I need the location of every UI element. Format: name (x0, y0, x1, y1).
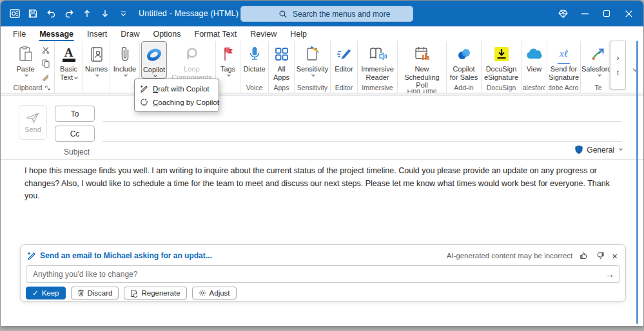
copilot-refine-input[interactable] (26, 270, 600, 279)
adjust-button[interactable]: Adjust (192, 287, 237, 299)
to-button[interactable]: To (55, 106, 95, 122)
clipboard-dialog-launcher-icon[interactable] (44, 85, 50, 91)
microphone-icon (248, 44, 262, 64)
search-icon (278, 10, 288, 19)
new-scheduling-poll-button[interactable]: New Scheduling Poll (399, 41, 445, 90)
copilot-actions: ✓ Keep Discard Regenerate Adjust (26, 287, 237, 299)
menu-options[interactable]: Options (152, 28, 181, 40)
coaching-icon (140, 98, 148, 106)
menu-file[interactable]: File (12, 28, 26, 40)
paste-icon (18, 44, 34, 64)
menu-format-text[interactable]: Format Text (194, 28, 238, 40)
copilot-button[interactable]: Copilot (141, 41, 167, 79)
copilot-pen-icon (27, 251, 36, 260)
window-controls (552, 1, 639, 26)
copilot-for-sales-icon (456, 44, 473, 64)
menu-item-coaching-by-copilot[interactable]: Coaching by Copilot (135, 95, 219, 109)
menu-message[interactable]: Message (39, 28, 74, 40)
search-bar[interactable]: Search the menus and more (240, 6, 413, 22)
trash-icon (77, 289, 84, 297)
paste-button[interactable]: Paste (13, 41, 39, 77)
sensitivity-button[interactable]: Sensitivity (296, 41, 329, 77)
close-button[interactable] (618, 1, 639, 26)
outlook-message-window: Untitled - Message (HTML) Search the men… (0, 0, 644, 326)
cc-button[interactable]: Cc (55, 126, 95, 142)
apps-grid-icon (274, 44, 289, 64)
ribbon-overflow-button[interactable]: › t (610, 41, 626, 90)
premium-gem-icon[interactable] (552, 1, 574, 26)
copilot-icon (146, 45, 162, 64)
include-button[interactable]: Include (112, 41, 138, 77)
regenerate-button[interactable]: Regenerate (124, 287, 186, 299)
maximize-button[interactable] (596, 1, 618, 26)
copilot-dropdown-menu: Draft with Copilot Coaching by Copilot (134, 79, 219, 112)
tags-button[interactable]: Tags (217, 41, 239, 77)
clipboard-small-buttons (40, 41, 52, 82)
basic-text-button[interactable]: A Basic Text (56, 41, 81, 81)
dictate-button[interactable]: Dictate (242, 41, 267, 73)
loop-icon (184, 44, 200, 64)
close-card-icon[interactable]: × (612, 251, 618, 261)
overflow-chevron: › (617, 53, 620, 62)
salesforce-view-button[interactable]: View (523, 41, 545, 73)
sensitivity-group: Sensitivity Sensitivity (295, 41, 331, 93)
editor-button[interactable]: Editor (332, 41, 356, 73)
add-in-group: Copilot for Sales Add-in (447, 41, 482, 93)
all-apps-button[interactable]: All Apps (270, 41, 293, 81)
docusign-icon (494, 44, 509, 64)
menu-help[interactable]: Help (289, 28, 307, 40)
docusign-esignature-button[interactable]: DocuSign eSignature (483, 41, 520, 81)
immersive-reader-icon (369, 44, 387, 64)
menu-review[interactable]: Review (249, 28, 277, 40)
save-icon[interactable] (24, 5, 42, 22)
draft-pen-icon (140, 84, 148, 93)
copilot-prompt-text: Send an email to Michael asking for an u… (40, 251, 212, 260)
collapse-ribbon-button[interactable] (627, 62, 641, 77)
voice-group-label: Voice (246, 84, 263, 91)
salesforce-arrows-icon (590, 44, 606, 64)
immersive-group: Immersive Reader Immersive (358, 41, 398, 93)
undo-icon[interactable] (42, 5, 60, 22)
menu-item-draft-with-copilot[interactable]: Draft with Copilot (135, 82, 219, 95)
menu-draw[interactable]: Draw (120, 28, 140, 40)
check-icon: ✓ (32, 288, 39, 298)
sensitivity-selector[interactable]: General (574, 145, 622, 155)
names-button[interactable]: Names (84, 41, 108, 77)
send-for-signature-button[interactable]: xℓ Send for Signature (549, 41, 579, 81)
editor-pen-icon (336, 44, 353, 64)
immersive-reader-button[interactable]: Immersive Reader (359, 41, 396, 81)
customize-quick-access-icon[interactable] (114, 5, 132, 22)
to-field[interactable] (102, 121, 622, 122)
move-up-icon[interactable] (78, 5, 96, 22)
compose-header: Send To Cc Subject General (1, 96, 643, 160)
copilot-for-sales-button[interactable]: Copilot for Sales (448, 41, 480, 81)
thumbs-up-icon[interactable] (580, 251, 589, 260)
names-address-book-icon (90, 44, 104, 64)
submit-arrow-icon[interactable]: → (600, 269, 620, 279)
copy-icon[interactable] (40, 59, 52, 68)
send-button[interactable]: Send (19, 105, 47, 140)
format-painter-icon[interactable] (40, 72, 52, 82)
tags-group: Tags (216, 41, 240, 93)
basic-text-icon: A (63, 44, 75, 64)
thumbs-down-icon[interactable] (596, 251, 605, 260)
discard-button[interactable]: Discard (71, 287, 119, 299)
vertical-scrollbar[interactable] (636, 41, 638, 324)
send-plane-icon (26, 112, 40, 124)
minimize-button[interactable] (574, 1, 596, 26)
te-group-label: Te (594, 84, 601, 91)
scheduling-poll-icon (414, 44, 431, 64)
basic-text-group: A Basic Text (55, 41, 83, 93)
cc-field[interactable] (102, 141, 622, 142)
menu-insert[interactable]: Insert (86, 28, 108, 40)
redo-icon[interactable] (60, 5, 78, 22)
regenerate-icon (130, 289, 138, 298)
salesforce-cloud-icon (525, 44, 543, 64)
cut-icon[interactable] (40, 45, 52, 55)
find-time-group: New Scheduling Poll Find Time (398, 41, 447, 93)
adobe-group: xℓ Send for Signature Adobe Acro... (547, 41, 581, 93)
docusign-group: DocuSign eSignature DocuSign (482, 41, 522, 93)
message-body-editor[interactable]: I hope this message finds you well. I am… (24, 165, 627, 203)
keep-button[interactable]: ✓ Keep (26, 287, 66, 299)
move-down-icon[interactable] (96, 5, 114, 22)
